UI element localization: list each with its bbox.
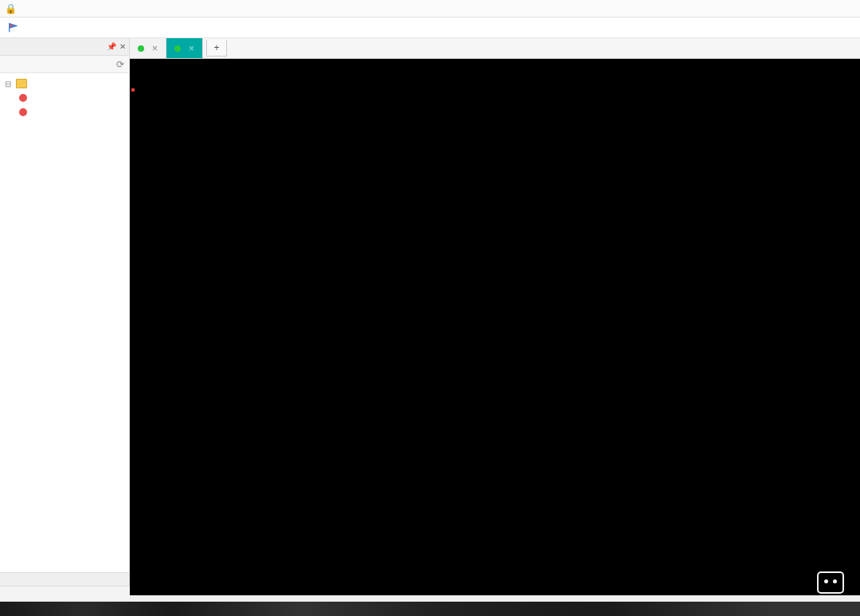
tab-close-icon[interactable]: ×	[189, 43, 194, 54]
taskbar-strip	[0, 602, 860, 616]
new-tab-button[interactable]: +	[206, 40, 227, 57]
tab-bar: × × +	[130, 38, 860, 59]
content-area: × × +	[130, 38, 860, 595]
refresh-icon[interactable]: ⟳	[116, 59, 124, 70]
session-icon	[19, 108, 27, 116]
tree-item-master[interactable]	[2, 91, 127, 105]
address-bar: 🔒	[0, 0, 860, 18]
collapse-icon[interactable]: ⊟	[3, 80, 13, 88]
status-dot-icon	[174, 45, 181, 52]
tab-slave[interactable]: ×	[166, 38, 203, 58]
flag-icon	[8, 22, 19, 33]
pin-icon[interactable]: 📌	[107, 42, 116, 51]
status-dot-icon	[138, 45, 144, 52]
hint-bar	[0, 18, 860, 38]
terminal[interactable]	[130, 59, 860, 595]
tab-close-icon[interactable]: ×	[152, 43, 158, 54]
tree-item-slave[interactable]	[2, 105, 127, 119]
sidebar-header: 📌 ✕	[0, 38, 129, 56]
session-tree[interactable]: ⊟	[0, 73, 129, 572]
session-icon	[19, 94, 27, 102]
sidebar-toolbar: ⟳	[0, 56, 129, 73]
session-manager-panel: 📌 ✕ ⟳ ⊟	[0, 38, 130, 595]
status-bar	[0, 586, 130, 600]
tab-master[interactable]: ×	[130, 38, 166, 58]
folder-icon	[16, 79, 27, 88]
tree-root[interactable]: ⊟	[2, 76, 127, 91]
close-icon[interactable]: ✕	[119, 42, 126, 51]
lock-icon: 🔒	[5, 3, 17, 14]
